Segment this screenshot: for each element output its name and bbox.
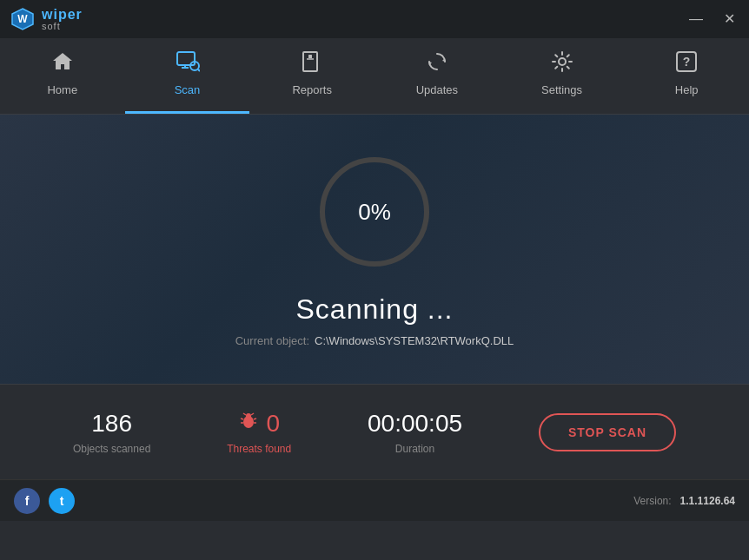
twitter-button[interactable]: t [49,488,75,514]
close-button[interactable]: ✕ [720,10,739,28]
threats-value: 0 [266,410,280,438]
nav-reports[interactable]: Reports [249,38,374,114]
reports-icon [302,50,322,78]
logo-icon: W [10,7,35,31]
updates-icon [426,50,448,78]
help-icon: ? [675,50,698,78]
logo-text: wiper soft [42,8,83,31]
nav-home-label: Home [47,83,77,96]
progress-percent: 0% [358,199,391,226]
logo-soft-text: soft [42,22,83,31]
stats-bar: 186 Objects scanned 0 Threats found 00:0 [0,384,749,479]
svg-point-11 [559,58,566,65]
duration-label: Duration [395,443,434,455]
svg-line-21 [254,418,256,419]
nav-scan-label: Scan [175,83,201,96]
logo-area: W wiper soft [10,7,83,31]
current-object-row: Current object: C:\Windows\SYSTEM32\RTWo… [235,334,514,347]
nav-settings-label: Settings [541,83,582,96]
nav-bar: Home Scan Reports [0,38,749,115]
svg-line-19 [251,413,254,415]
threats-label: Threats found [227,443,291,455]
objects-scanned-stat: 186 Objects scanned [73,410,150,455]
threats-row: 0 [238,410,280,438]
social-icons: f t [14,488,75,514]
nav-reports-label: Reports [292,83,332,96]
window-controls: — ✕ [686,10,739,28]
nav-updates-label: Updates [416,83,458,96]
nav-settings[interactable]: Settings [500,38,625,114]
svg-text:W: W [17,13,28,25]
current-object-value: C:\Windows\SYSTEM32\RTWorkQ.DLL [315,334,514,347]
progress-circle: 0% [314,151,435,273]
svg-line-20 [241,418,243,419]
objects-scanned-label: Objects scanned [73,443,150,455]
nav-help-label: Help [675,83,699,96]
home-icon [51,50,74,78]
version-info: Version: 1.1.1126.64 [633,495,735,507]
nav-help[interactable]: ? Help [624,38,749,114]
minimize-button[interactable]: — [686,10,706,28]
title-bar: W wiper soft — ✕ [0,0,749,38]
scanning-status: Scanning ... [296,293,454,326]
main-scan-area: 0% Scanning ... Current object: C:\Windo… [0,115,749,384]
nav-updates[interactable]: Updates [374,38,500,114]
settings-icon [551,50,573,78]
threats-found-stat: 0 Threats found [227,410,291,455]
objects-scanned-value: 186 [91,410,132,438]
facebook-button[interactable]: f [14,488,40,514]
duration-stat: 00:00:05 Duration [368,410,462,455]
nav-scan[interactable]: Scan [125,38,250,114]
svg-line-18 [243,413,246,415]
version-number: 1.1.1126.64 [680,495,735,507]
current-object-label: Current object: [235,334,309,347]
version-label: Version: [633,495,671,507]
svg-point-17 [246,413,251,418]
duration-value: 00:00:05 [368,410,462,438]
footer: f t Version: 1.1.1126.64 [0,479,749,521]
svg-text:?: ? [683,55,691,69]
svg-line-6 [198,69,200,71]
svg-rect-10 [308,55,312,58]
nav-home[interactable]: Home [0,38,125,114]
scan-icon [176,50,200,78]
stop-scan-button[interactable]: STOP SCAN [539,413,676,451]
bug-icon [238,411,259,437]
logo-wiper-text: wiper [42,8,83,22]
